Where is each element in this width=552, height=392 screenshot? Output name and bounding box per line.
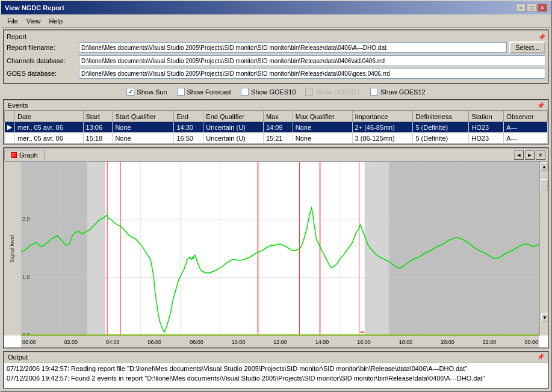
svg-rect-3 bbox=[389, 162, 539, 335]
table-cell: None bbox=[293, 122, 352, 133]
report-section-label: Report bbox=[7, 33, 26, 40]
show-goes11-label: Show GOES11 bbox=[315, 88, 361, 96]
x-tick-7: 14:00 bbox=[315, 339, 329, 345]
events-table: Date Start Start Qualifier End End Quali… bbox=[4, 111, 548, 144]
col-definiteness: Definiteness bbox=[413, 111, 469, 122]
events-pin-icon[interactable]: 📌 bbox=[537, 102, 544, 109]
title-bar: View NGDC Report − □ × bbox=[1, 1, 551, 14]
output-label: Output bbox=[8, 354, 28, 361]
graph-canvas-container: Signal level bbox=[4, 162, 548, 348]
col-arrow bbox=[5, 111, 15, 122]
table-cell: None bbox=[113, 122, 174, 133]
graph-scrollbar-v[interactable]: ▲ ▼ bbox=[539, 162, 548, 335]
col-end-qualifier: End Qualifier bbox=[203, 111, 264, 122]
y-axis-label-container: Signal level bbox=[4, 162, 21, 335]
graph-tab[interactable]: Graph bbox=[4, 150, 45, 160]
x-tick-11: 22:00 bbox=[483, 339, 497, 345]
table-cell: 2+ (46-85mn) bbox=[352, 122, 413, 133]
col-start: Start bbox=[83, 111, 113, 122]
checkbox-show-goes12: Show GOES12 bbox=[370, 88, 426, 96]
y-axis-label: Signal level bbox=[10, 234, 16, 262]
svg-rect-0 bbox=[21, 162, 87, 335]
col-observer: Observer bbox=[504, 111, 548, 122]
table-cell bbox=[5, 133, 15, 144]
scrollbar-down-button[interactable]: ▼ bbox=[541, 313, 548, 322]
goes-db-input[interactable] bbox=[79, 68, 545, 79]
graph-close-button[interactable]: ✕ bbox=[536, 150, 545, 160]
show-sun-label: Show Sun bbox=[137, 88, 167, 96]
table-cell: 14:09 bbox=[263, 122, 293, 133]
graph-tab-icon bbox=[11, 152, 17, 158]
x-tick-5: 10:00 bbox=[232, 339, 246, 345]
report-filename-label: Report filename: bbox=[7, 44, 79, 51]
show-goes10-checkbox[interactable] bbox=[241, 88, 249, 96]
svg-text:2.0: 2.0 bbox=[22, 216, 30, 222]
col-end: End bbox=[174, 111, 203, 122]
events-header: Events 📌 bbox=[4, 100, 548, 111]
x-tick-6: 12:00 bbox=[273, 339, 287, 345]
minimize-button[interactable]: − bbox=[516, 4, 526, 12]
x-tick-3: 06:00 bbox=[148, 339, 162, 345]
x-tick-2: 04:00 bbox=[106, 339, 120, 345]
scrollbar-thumb[interactable] bbox=[541, 179, 548, 191]
select-button[interactable]: Select... bbox=[509, 41, 545, 54]
col-station: Station bbox=[469, 111, 504, 122]
table-row[interactable]: ▶mer., 05 avr. 0613:06None14:30Uncertain… bbox=[5, 122, 548, 133]
menu-file[interactable]: File bbox=[4, 16, 22, 26]
table-cell: 5 (Definite) bbox=[413, 133, 469, 144]
scrollbar-up-button[interactable]: ▲ bbox=[541, 162, 548, 171]
output-content: 07/12/2006 19:42:57: Reading report file… bbox=[4, 363, 548, 388]
table-cell: ▶ bbox=[5, 122, 15, 133]
x-tick-8: 16:00 bbox=[357, 339, 371, 345]
graph-navigation: ◄ ► ✕ bbox=[514, 150, 548, 160]
show-forecast-checkbox[interactable] bbox=[177, 88, 185, 96]
col-max: Max bbox=[263, 111, 293, 122]
svg-rect-2 bbox=[365, 162, 389, 335]
svg-text:1.0: 1.0 bbox=[22, 274, 30, 280]
table-cell: 16:50 bbox=[174, 133, 203, 144]
channels-db-input[interactable] bbox=[79, 55, 545, 66]
table-cell: A--- bbox=[504, 122, 548, 133]
show-sun-checkbox[interactable]: ✓ bbox=[126, 88, 134, 96]
output-pin-icon[interactable]: 📌 bbox=[537, 354, 544, 361]
menu-view[interactable]: View bbox=[23, 16, 45, 26]
report-filename-row: Report filename: Select... bbox=[7, 41, 545, 54]
x-tick-10: 20:00 bbox=[441, 339, 454, 345]
graph-prev-button[interactable]: ◄ bbox=[514, 150, 524, 160]
table-cell: 13:06 bbox=[83, 122, 113, 133]
events-label: Events bbox=[8, 102, 28, 109]
x-tick-12: 00:00 bbox=[524, 339, 538, 345]
table-cell: 5 (Definite) bbox=[413, 122, 469, 133]
col-date: Date bbox=[15, 111, 84, 122]
checkbox-show-goes10: Show GOES10 bbox=[241, 88, 296, 96]
show-goes10-label: Show GOES10 bbox=[251, 88, 296, 96]
col-importance: Importance bbox=[352, 111, 413, 122]
show-goes12-checkbox[interactable] bbox=[370, 88, 378, 96]
col-max-qualifier: Max Qualifier bbox=[293, 111, 352, 122]
report-pin-icon[interactable]: 📌 bbox=[538, 34, 545, 40]
table-cell: Uncertain (U) bbox=[203, 133, 264, 144]
graph-section: Graph ◄ ► ✕ Signal level bbox=[3, 147, 549, 349]
svg-rect-1 bbox=[87, 162, 105, 335]
maximize-button[interactable]: □ bbox=[527, 4, 536, 12]
table-row[interactable]: mer., 05 avr. 0615:18None16:50Uncertain … bbox=[5, 133, 548, 144]
table-cell: mer., 05 avr. 06 bbox=[15, 133, 84, 144]
x-tick-9: 18:00 bbox=[399, 339, 413, 345]
table-cell: Uncertain (U) bbox=[203, 122, 264, 133]
x-tick-4: 08:00 bbox=[190, 339, 203, 345]
table-cell: 15:18 bbox=[83, 133, 113, 144]
table-cell: HO23 bbox=[469, 122, 504, 133]
graph-next-button[interactable]: ► bbox=[525, 150, 535, 160]
table-cell: mer., 05 avr. 06 bbox=[15, 122, 84, 133]
table-cell: 15:21 bbox=[263, 133, 293, 144]
close-button[interactable]: × bbox=[538, 4, 547, 12]
events-table-header-row: Date Start Start Qualifier End End Quali… bbox=[5, 111, 548, 122]
checkbox-row: ✓ Show Sun Show Forecast Show GOES10 Sho… bbox=[1, 85, 551, 98]
channels-db-label: Channels database: bbox=[7, 57, 79, 64]
report-filename-input[interactable] bbox=[79, 42, 507, 53]
table-cell: None bbox=[113, 133, 174, 144]
menu-help[interactable]: Help bbox=[45, 16, 66, 26]
graph-svg: 0.0 1.0 2.0 bbox=[21, 162, 539, 335]
x-tick-0: 00:00 bbox=[22, 339, 36, 345]
table-cell: A--- bbox=[504, 133, 548, 144]
